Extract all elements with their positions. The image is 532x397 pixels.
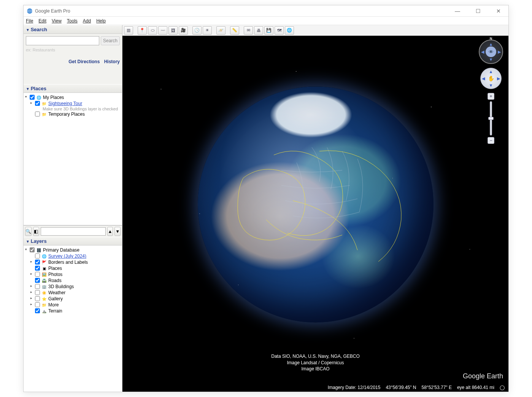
sidebar: Search Search ex: Restaurants Get Direct… [24, 25, 122, 392]
close-button[interactable]: ✕ [492, 8, 505, 14]
earth-view[interactable]: N ▲ ▼ ◀ ▶ 👁 ▲ ▼ ◀ ▶ ✋ + [122, 36, 508, 392]
toggle-sidebar-button[interactable]: ▥ [124, 26, 133, 35]
search-panel-header[interactable]: Search [24, 25, 122, 34]
myplaces-node[interactable]: My Places [43, 95, 64, 100]
status-alt: eye alt 8640.41 mi [457, 385, 494, 390]
layers-panel-header[interactable]: Layers [24, 237, 122, 246]
buildings-node[interactable]: 3D Buildings [48, 284, 74, 289]
myplaces-checkbox[interactable] [30, 95, 35, 100]
menu-add[interactable]: Add [83, 18, 91, 24]
move-down-button[interactable]: ▼ [114, 227, 121, 236]
roads-checkbox[interactable] [35, 278, 40, 283]
planet-button[interactable]: 🪐 [216, 26, 226, 35]
search-input[interactable] [26, 36, 99, 45]
minimize-button[interactable]: — [451, 8, 464, 14]
email-button[interactable]: ✉ [244, 26, 253, 35]
search-places-button[interactable]: 🔍 [25, 227, 32, 236]
primary-db-node[interactable]: Primary Database [43, 247, 79, 253]
expand-icon[interactable]: ▸ [30, 302, 35, 306]
search-button[interactable]: Search [101, 36, 120, 45]
more-checkbox[interactable] [35, 302, 40, 307]
placeslayer-node[interactable]: Places [48, 266, 62, 271]
more-node[interactable]: More [48, 302, 59, 308]
placeslayer-checkbox[interactable] [35, 266, 40, 271]
borders-node[interactable]: Borders and Labels [48, 260, 88, 265]
menu-file[interactable]: File [26, 18, 33, 24]
places-filter-input[interactable] [41, 227, 106, 236]
terrain-checkbox[interactable] [35, 308, 40, 313]
add-image-overlay-button[interactable]: 🖼 [168, 26, 178, 35]
sightseeing-node[interactable]: Sightseeing Tour [48, 101, 82, 106]
pan-control[interactable]: ▲ ▼ ◀ ▶ ✋ [480, 68, 502, 89]
save-image-button[interactable]: 💾 [264, 26, 273, 35]
get-directions-link[interactable]: Get Directions [68, 59, 100, 64]
places-panel-header[interactable]: Places [24, 84, 122, 93]
ruler-button[interactable]: 📏 [230, 26, 239, 35]
terrain-icon: ⛰️ [41, 308, 47, 314]
historical-imagery-button[interactable]: 🕓 [192, 26, 202, 35]
print-button[interactable]: 🖶 [254, 26, 263, 35]
menu-view[interactable]: View [52, 18, 62, 24]
sign-in-button[interactable]: 🌐 [285, 26, 294, 35]
zoom-handle[interactable] [488, 117, 494, 120]
svg-point-0 [27, 8, 32, 14]
photos-node[interactable]: Photos [48, 272, 62, 277]
move-up-button[interactable]: ▲ [107, 227, 113, 236]
buildings-checkbox[interactable] [35, 284, 40, 289]
pan-up-icon[interactable]: ▲ [489, 69, 493, 74]
temporary-checkbox[interactable] [35, 112, 40, 116]
zoom-slider[interactable] [490, 101, 492, 136]
expand-icon[interactable]: ▸ [30, 101, 35, 105]
view-in-maps-button[interactable]: 🗺 [275, 26, 284, 35]
panel-toggle-button[interactable]: ◧ [33, 227, 39, 236]
expand-icon[interactable]: ▾ [25, 95, 30, 99]
history-link[interactable]: History [104, 59, 120, 64]
record-tour-button[interactable]: 🎥 [179, 26, 188, 35]
look-up-icon[interactable]: ▲ [489, 42, 493, 46]
primary-db-checkbox[interactable] [30, 247, 35, 252]
survey-checkbox[interactable] [35, 254, 40, 258]
borders-checkbox[interactable] [35, 260, 40, 265]
menubar: File Edit View Tools Add Help [24, 17, 508, 25]
menu-edit[interactable]: Edit [38, 18, 46, 24]
flag-icon: 🚩 [41, 260, 47, 265]
menu-help[interactable]: Help [96, 18, 106, 24]
pan-down-icon[interactable]: ▼ [489, 83, 493, 88]
add-path-button[interactable]: 〰 [158, 26, 167, 35]
look-right-icon[interactable]: ▶ [498, 49, 501, 54]
database-icon: 🗄️ [36, 247, 41, 253]
pan-right-icon[interactable]: ▶ [497, 76, 500, 81]
expand-icon[interactable]: ▸ [30, 272, 35, 276]
gallery-node[interactable]: Gallery [48, 296, 63, 301]
photos-checkbox[interactable] [35, 272, 40, 277]
expand-icon[interactable]: ▾ [25, 247, 30, 251]
expand-icon[interactable]: ▸ [30, 296, 35, 300]
weather-checkbox[interactable] [35, 290, 40, 295]
road-icon: 🛣️ [41, 278, 47, 283]
look-left-icon[interactable]: ◀ [481, 49, 484, 54]
weather-node[interactable]: Weather [48, 290, 65, 295]
look-compass[interactable]: N ▲ ▼ ◀ ▶ 👁 [479, 40, 503, 64]
place-icon: ▣ [41, 266, 47, 271]
menu-tools[interactable]: Tools [67, 18, 78, 24]
add-polygon-button[interactable]: ⬭ [148, 26, 157, 35]
sunlight-button[interactable]: ☀ [203, 26, 212, 35]
expand-icon[interactable]: ▸ [30, 284, 35, 288]
google-earth-logo: Google Earth [463, 372, 503, 380]
zoom-in-button[interactable]: + [488, 93, 494, 100]
gallery-checkbox[interactable] [35, 296, 40, 301]
roads-node[interactable]: Roads [48, 278, 62, 283]
look-down-icon[interactable]: ▼ [489, 57, 493, 62]
sightseeing-checkbox[interactable] [35, 101, 40, 106]
app-window: Google Earth Pro — ☐ ✕ File Edit View To… [23, 5, 509, 392]
expand-icon[interactable]: ▸ [30, 260, 35, 263]
pan-left-icon[interactable]: ◀ [482, 76, 485, 81]
zoom-out-button[interactable]: − [488, 137, 494, 144]
survey-node[interactable]: Survey (July 2024) [48, 254, 86, 259]
terrain-node[interactable]: Terrain [48, 308, 62, 314]
folder-icon: 📁 [41, 112, 47, 117]
add-placemark-button[interactable]: 📍 [138, 26, 147, 35]
expand-icon[interactable]: ▸ [30, 290, 35, 294]
temporary-node[interactable]: Temporary Places [48, 112, 85, 117]
maximize-button[interactable]: ☐ [471, 8, 485, 14]
